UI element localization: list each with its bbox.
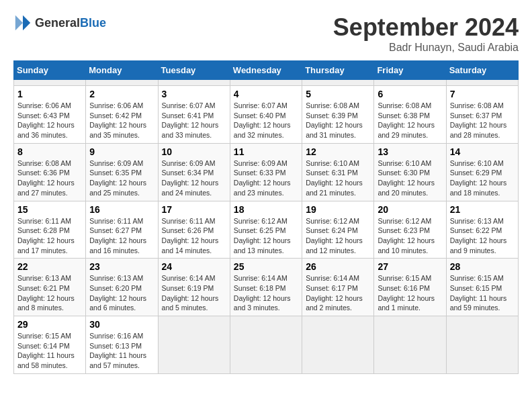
day-info: Sunrise: 6:15 AMSunset: 6:16 PMDaylight:… (378, 273, 442, 313)
calendar-cell: 24Sunrise: 6:14 AMSunset: 6:19 PMDayligh… (158, 259, 230, 316)
day-info: Sunrise: 6:16 AMSunset: 6:13 PMDaylight:… (89, 331, 154, 371)
calendar-cell: 21Sunrise: 6:13 AMSunset: 6:22 PMDayligh… (446, 201, 518, 259)
calendar-week-row: 22Sunrise: 6:13 AMSunset: 6:21 PMDayligh… (14, 259, 519, 316)
svg-marker-0 (23, 15, 30, 30)
calendar-cell: 27Sunrise: 6:15 AMSunset: 6:16 PMDayligh… (374, 259, 446, 316)
calendar-week-row: 29Sunrise: 6:15 AMSunset: 6:14 PMDayligh… (14, 316, 519, 374)
calendar-cell: 29Sunrise: 6:15 AMSunset: 6:14 PMDayligh… (14, 316, 86, 374)
calendar-cell (374, 80, 446, 86)
calendar-cell: 1Sunrise: 6:06 AMSunset: 6:43 PMDaylight… (14, 86, 86, 144)
day-number: 5 (306, 89, 370, 99)
location-title: Badr Hunayn, Saudi Arabia (333, 42, 519, 54)
day-info: Sunrise: 6:08 AMSunset: 6:39 PMDaylight:… (306, 101, 370, 140)
calendar-cell (158, 316, 230, 374)
calendar-cell: 4Sunrise: 6:07 AMSunset: 6:40 PMDaylight… (230, 86, 302, 144)
day-info: Sunrise: 6:08 AMSunset: 6:36 PMDaylight:… (17, 158, 82, 198)
day-number: 30 (89, 319, 154, 330)
calendar-cell (230, 80, 302, 86)
calendar-cell (158, 80, 230, 86)
day-number: 21 (450, 204, 515, 215)
day-info: Sunrise: 6:13 AMSunset: 6:21 PMDaylight:… (17, 273, 82, 313)
calendar-header-friday: Friday (374, 61, 446, 80)
day-info: Sunrise: 6:12 AMSunset: 6:25 PMDaylight:… (234, 216, 298, 256)
calendar-header-wednesday: Wednesday (230, 61, 302, 80)
calendar-cell: 25Sunrise: 6:14 AMSunset: 6:18 PMDayligh… (230, 259, 302, 316)
calendar-cell (446, 80, 518, 86)
day-number: 22 (17, 261, 82, 272)
header: GeneralBlue September 2024 Badr Hunayn, … (13, 13, 519, 54)
day-info: Sunrise: 6:09 AMSunset: 6:34 PMDaylight:… (162, 158, 226, 198)
day-number: 16 (89, 204, 154, 215)
day-info: Sunrise: 6:14 AMSunset: 6:18 PMDaylight:… (234, 273, 298, 313)
calendar-cell: 5Sunrise: 6:08 AMSunset: 6:39 PMDaylight… (302, 86, 374, 144)
day-info: Sunrise: 6:11 AMSunset: 6:27 PMDaylight:… (89, 216, 154, 256)
day-info: Sunrise: 6:15 AMSunset: 6:14 PMDaylight:… (17, 331, 82, 371)
day-number: 17 (162, 204, 226, 215)
day-info: Sunrise: 6:06 AMSunset: 6:43 PMDaylight:… (17, 101, 82, 140)
calendar-cell: 9Sunrise: 6:09 AMSunset: 6:35 PMDaylight… (86, 143, 158, 201)
day-info: Sunrise: 6:10 AMSunset: 6:30 PMDaylight:… (378, 158, 442, 198)
calendar-cell: 15Sunrise: 6:11 AMSunset: 6:28 PMDayligh… (14, 201, 86, 259)
calendar-week-row: 8Sunrise: 6:08 AMSunset: 6:36 PMDaylight… (14, 143, 519, 201)
calendar-cell: 13Sunrise: 6:10 AMSunset: 6:30 PMDayligh… (374, 143, 446, 201)
day-number: 23 (89, 261, 154, 272)
calendar-cell: 23Sunrise: 6:13 AMSunset: 6:20 PMDayligh… (86, 259, 158, 316)
day-number: 2 (89, 89, 154, 99)
calendar-header-tuesday: Tuesday (158, 61, 230, 80)
calendar-cell: 11Sunrise: 6:09 AMSunset: 6:33 PMDayligh… (230, 143, 302, 201)
calendar-cell: 22Sunrise: 6:13 AMSunset: 6:21 PMDayligh… (14, 259, 86, 316)
calendar-header-thursday: Thursday (302, 61, 374, 80)
logo: GeneralBlue (13, 13, 106, 32)
calendar-cell (86, 80, 158, 86)
day-number: 10 (162, 146, 226, 157)
calendar-cell (446, 316, 518, 374)
day-number: 18 (234, 204, 298, 215)
day-number: 27 (378, 261, 442, 272)
day-info: Sunrise: 6:10 AMSunset: 6:29 PMDaylight:… (450, 158, 515, 198)
day-number: 6 (378, 89, 442, 99)
calendar-cell: 10Sunrise: 6:09 AMSunset: 6:34 PMDayligh… (158, 143, 230, 201)
day-info: Sunrise: 6:12 AMSunset: 6:24 PMDaylight:… (306, 216, 370, 256)
day-number: 8 (17, 146, 82, 157)
day-info: Sunrise: 6:11 AMSunset: 6:26 PMDaylight:… (162, 216, 226, 256)
day-info: Sunrise: 6:11 AMSunset: 6:28 PMDaylight:… (17, 216, 82, 256)
day-info: Sunrise: 6:08 AMSunset: 6:38 PMDaylight:… (378, 101, 442, 140)
calendar-week-row (14, 80, 519, 86)
day-info: Sunrise: 6:13 AMSunset: 6:20 PMDaylight:… (89, 273, 154, 313)
day-number: 25 (234, 261, 298, 272)
title-block: September 2024 Badr Hunayn, Saudi Arabia (333, 13, 519, 54)
calendar-header-row: SundayMondayTuesdayWednesdayThursdayFrid… (14, 61, 519, 80)
day-number: 26 (306, 261, 370, 272)
day-number: 28 (450, 261, 515, 272)
day-number: 12 (306, 146, 370, 157)
calendar-table: SundayMondayTuesdayWednesdayThursdayFrid… (13, 60, 519, 374)
logo-text-general: General (35, 16, 80, 30)
day-info: Sunrise: 6:13 AMSunset: 6:22 PMDaylight:… (450, 216, 515, 256)
day-number: 3 (162, 89, 226, 99)
day-number: 20 (378, 204, 442, 215)
day-info: Sunrise: 6:06 AMSunset: 6:42 PMDaylight:… (89, 101, 154, 140)
calendar-cell: 17Sunrise: 6:11 AMSunset: 6:26 PMDayligh… (158, 201, 230, 259)
day-number: 13 (378, 146, 442, 157)
calendar-cell (230, 316, 302, 374)
calendar-header-sunday: Sunday (14, 61, 86, 80)
day-number: 4 (234, 89, 298, 99)
calendar-cell (374, 316, 446, 374)
calendar-cell: 20Sunrise: 6:12 AMSunset: 6:23 PMDayligh… (374, 201, 446, 259)
day-number: 7 (450, 89, 515, 99)
calendar-header-saturday: Saturday (446, 61, 518, 80)
calendar-cell: 16Sunrise: 6:11 AMSunset: 6:27 PMDayligh… (86, 201, 158, 259)
day-number: 24 (162, 261, 226, 272)
svg-marker-1 (15, 15, 23, 30)
calendar-cell: 26Sunrise: 6:14 AMSunset: 6:17 PMDayligh… (302, 259, 374, 316)
calendar-cell: 6Sunrise: 6:08 AMSunset: 6:38 PMDaylight… (374, 86, 446, 144)
day-info: Sunrise: 6:14 AMSunset: 6:19 PMDaylight:… (162, 273, 226, 313)
logo-text-blue: Blue (80, 16, 106, 30)
calendar-cell (302, 316, 374, 374)
calendar-header-monday: Monday (86, 61, 158, 80)
day-info: Sunrise: 6:07 AMSunset: 6:40 PMDaylight:… (234, 101, 298, 140)
calendar-cell: 19Sunrise: 6:12 AMSunset: 6:24 PMDayligh… (302, 201, 374, 259)
calendar-cell: 3Sunrise: 6:07 AMSunset: 6:41 PMDaylight… (158, 86, 230, 144)
calendar-cell (14, 80, 86, 86)
calendar-week-row: 15Sunrise: 6:11 AMSunset: 6:28 PMDayligh… (14, 201, 519, 259)
